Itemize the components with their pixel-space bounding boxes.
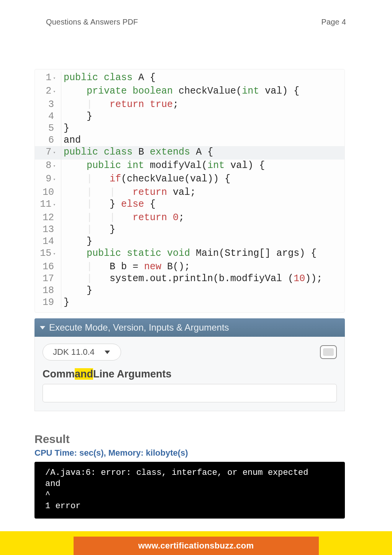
code-row[interactable]: 2 private boolean checkValue(int val) {	[35, 85, 344, 99]
code-row[interactable]: 19}	[35, 296, 344, 308]
line-number: 15	[35, 247, 61, 261]
code-row[interactable]: 9 | if(checkValue(val)) {	[35, 173, 344, 186]
line-number: 7	[35, 146, 61, 160]
line-number: 12	[35, 212, 61, 224]
line-number: 18	[35, 285, 61, 296]
line-number: 14	[35, 236, 61, 247]
execute-panel-body: JDK 11.0.4 CommandLine Arguments	[34, 337, 345, 411]
code-line[interactable]: public int modifyVal(int val) {	[61, 160, 344, 173]
line-number: 8	[35, 160, 61, 173]
code-line[interactable]: }	[61, 285, 344, 296]
result-title: Result	[34, 433, 345, 446]
footer-url: www.certificationsbuzz.com	[138, 541, 254, 551]
line-number: 2	[35, 85, 61, 99]
chevron-down-icon	[40, 326, 45, 329]
code-line[interactable]: | | return val;	[61, 186, 344, 198]
code-row[interactable]: 1public class A {	[35, 72, 344, 85]
code-line[interactable]: | return true;	[61, 99, 344, 110]
execute-panel-header[interactable]: Execute Mode, Version, Inputs & Argument…	[34, 318, 345, 337]
code-line[interactable]: }	[61, 296, 344, 308]
code-row[interactable]: 7public class B extends A {	[35, 146, 344, 160]
code-row[interactable]: 10 | | return val;	[35, 186, 344, 198]
code-editor[interactable]: 1public class A {2 private boolean check…	[34, 69, 345, 313]
result-subtitle: CPU Time: sec(s), Memory: kilobyte(s)	[34, 448, 345, 458]
code-line[interactable]: }	[61, 110, 344, 122]
code-line[interactable]: public static void Main(String[] args) {	[61, 247, 344, 261]
jdk-version-select[interactable]: JDK 11.0.4	[43, 344, 121, 361]
header-left: Questions & Answers PDF	[46, 18, 138, 26]
line-number: 19	[35, 296, 61, 308]
commandline-label-highlight: and	[75, 368, 93, 380]
jdk-version-label: JDK 11.0.4	[53, 347, 95, 357]
code-row[interactable]: 3 | return true;	[35, 99, 344, 110]
line-number: 11	[35, 198, 61, 212]
execute-panel: Execute Mode, Version, Inputs & Argument…	[34, 318, 345, 411]
line-number: 6	[35, 134, 61, 146]
code-line[interactable]: }	[61, 236, 344, 247]
line-number: 16	[35, 261, 61, 273]
code-row[interactable]: 17 | system.out.println(b.modfiyVal (10)…	[35, 273, 344, 285]
footer-url-bar: www.certificationsbuzz.com	[74, 537, 319, 555]
chevron-down-icon	[105, 351, 110, 354]
code-line[interactable]: | } else {	[61, 198, 344, 212]
code-row[interactable]: 14 }	[35, 236, 344, 247]
commandline-label-pre: Comm	[43, 368, 75, 380]
line-number: 3	[35, 99, 61, 110]
code-line[interactable]: }	[61, 122, 344, 134]
page-header: Questions & Answers PDF Page 4	[46, 18, 346, 26]
line-number: 4	[35, 110, 61, 122]
header-right: Page 4	[321, 18, 346, 26]
code-row[interactable]: 4 }	[35, 110, 344, 122]
execute-panel-title: Execute Mode, Version, Inputs & Argument…	[49, 322, 229, 333]
interactive-checkbox[interactable]	[320, 345, 337, 359]
code-line[interactable]: | if(checkValue(val)) {	[61, 173, 344, 186]
code-line[interactable]: private boolean checkValue(int val) {	[61, 85, 344, 99]
commandline-label: CommandLine Arguments	[43, 368, 337, 380]
code-line[interactable]: | system.out.println(b.modfiyVal (10));	[61, 273, 344, 285]
line-number: 1	[35, 72, 61, 85]
commandline-input[interactable]	[43, 384, 337, 402]
code-line[interactable]: and	[61, 134, 344, 146]
line-number: 5	[35, 122, 61, 134]
code-row[interactable]: 18 }	[35, 285, 344, 296]
code-row[interactable]: 5}	[35, 122, 344, 134]
code-row[interactable]: 13 | }	[35, 224, 344, 236]
code-line[interactable]: | | return 0;	[61, 212, 344, 224]
code-row[interactable]: 16 | B b = new B();	[35, 261, 344, 273]
line-number: 13	[35, 224, 61, 236]
code-row[interactable]: 8 public int modifyVal(int val) {	[35, 160, 344, 173]
line-number: 10	[35, 186, 61, 198]
code-line[interactable]: public class A {	[61, 72, 344, 85]
code-row[interactable]: 11 | } else {	[35, 198, 344, 212]
line-number: 9	[35, 173, 61, 186]
terminal-output: /A.java:6: error: class, interface, or e…	[34, 462, 345, 519]
code-line[interactable]: public class B extends A {	[61, 146, 344, 160]
code-row[interactable]: 6and	[35, 134, 344, 146]
code-line[interactable]: | }	[61, 224, 344, 236]
commandline-label-post: Line Arguments	[93, 368, 172, 380]
code-line[interactable]: | B b = new B();	[61, 261, 344, 273]
code-row[interactable]: 12 | | return 0;	[35, 212, 344, 224]
line-number: 17	[35, 273, 61, 285]
code-row[interactable]: 15 public static void Main(String[] args…	[35, 247, 344, 261]
result-block: Result CPU Time: sec(s), Memory: kilobyt…	[34, 433, 345, 519]
